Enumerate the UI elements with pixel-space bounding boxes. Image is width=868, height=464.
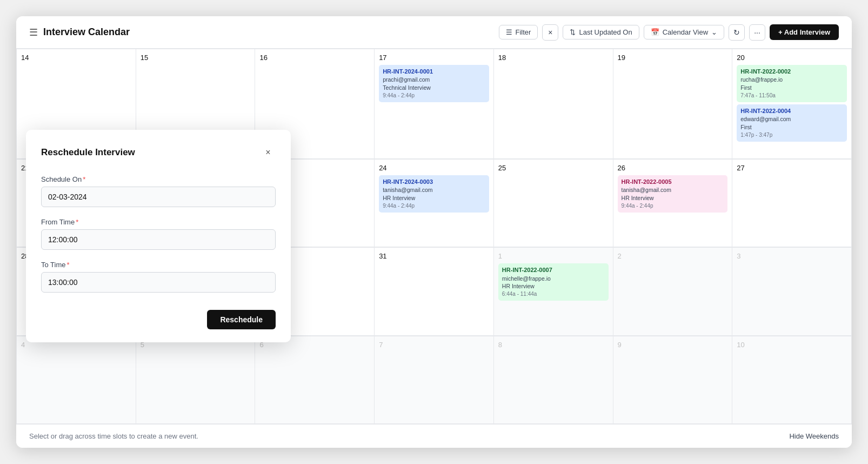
event-email: rucha@frappe.io (740, 76, 843, 84)
calendar-cell[interactable]: 27 (732, 159, 852, 247)
day-number: 2 (618, 252, 728, 260)
sort-button[interactable]: ⇅ Last Updated On (563, 25, 639, 39)
more-button[interactable]: ··· (749, 24, 765, 41)
event-id: HR-INT-2024-0003 (383, 178, 485, 186)
schedule-on-label: Schedule On * (41, 175, 276, 183)
calendar-cell[interactable]: 8 (494, 336, 613, 424)
event-type: HR Interview (383, 194, 485, 202)
to-time-required: * (67, 261, 70, 269)
day-number: 18 (498, 54, 609, 62)
event-type: HR Interview (622, 194, 724, 202)
day-number: 1 (498, 252, 609, 260)
schedule-on-input[interactable] (41, 187, 276, 207)
event-type: First (740, 123, 843, 131)
hamburger-icon[interactable]: ☰ (29, 26, 38, 38)
add-interview-button[interactable]: + Add Interview (770, 24, 839, 40)
day-number: 7 (379, 341, 489, 349)
calendar-cell[interactable]: 9 (613, 336, 733, 424)
calendar-icon: 📅 (651, 28, 659, 36)
modal-footer: Reschedule (41, 310, 276, 329)
calendar-cell[interactable]: 1HR-INT-2022-0007michelle@frappe.ioHR In… (494, 247, 613, 335)
reschedule-button[interactable]: Reschedule (207, 310, 276, 329)
calendar-cell[interactable]: 20HR-INT-2022-0002rucha@frappe.ioFirst7:… (732, 49, 852, 159)
event-email: prachi@gmail.com (383, 76, 485, 84)
event-id: HR-INT-2022-0007 (502, 266, 605, 274)
event-card[interactable]: HR-INT-2022-0007michelle@frappe.ioHR Int… (498, 263, 609, 301)
event-id: HR-INT-2022-0002 (740, 68, 843, 76)
calendar-cell[interactable]: 26HR-INT-2022-0005tanisha@gmail.comHR In… (613, 159, 733, 247)
calendar-cell[interactable]: 6 (255, 336, 375, 424)
day-number: 26 (618, 164, 728, 172)
day-number: 19 (618, 54, 728, 62)
header-right: ☰ Filter × ⇅ Last Updated On 📅 Calendar … (499, 24, 839, 41)
header-left: ☰ Interview Calendar (29, 26, 490, 38)
day-number: 31 (379, 252, 489, 260)
event-card[interactable]: HR-INT-2024-0001prachi@gmail.comTechnica… (379, 65, 489, 102)
app-window: ☰ Interview Calendar ☰ Filter × ⇅ Last U… (16, 16, 852, 448)
event-time: 6:44a - 11:44a (502, 290, 605, 298)
day-number: 10 (737, 341, 847, 349)
filter-close-button[interactable]: × (542, 24, 558, 41)
from-time-required: * (76, 218, 78, 226)
event-card[interactable]: HR-INT-2022-0004edward@gmail.comFirst1:4… (737, 104, 847, 142)
filter-icon: ☰ (506, 28, 512, 36)
sort-icon: ⇅ (570, 28, 576, 36)
modal-title: Reschedule Interview (41, 147, 135, 158)
calendar-cell[interactable]: 5 (136, 336, 256, 424)
modal-header: Reschedule Interview × (41, 145, 276, 160)
event-card[interactable]: HR-INT-2022-0005tanisha@gmail.comHR Inte… (618, 175, 728, 213)
chevron-down-icon: ⌄ (711, 28, 717, 36)
filter-label: Filter (516, 28, 531, 36)
event-type: Technical Interview (383, 84, 485, 92)
calendar-cell[interactable]: 18 (494, 49, 613, 159)
refresh-button[interactable]: ↻ (729, 24, 745, 41)
modal-close-button[interactable]: × (261, 145, 276, 160)
to-time-input[interactable] (41, 272, 276, 293)
event-email: edward@gmail.com (740, 115, 843, 123)
sort-label: Last Updated On (579, 28, 632, 36)
calendar-cell[interactable]: 17HR-INT-2024-0001prachi@gmail.comTechni… (375, 49, 494, 159)
event-time: 9:44a - 2:44p (383, 202, 485, 210)
footer-bar: Select or drag across time slots to crea… (16, 424, 852, 448)
event-id: HR-INT-2024-0001 (383, 68, 485, 76)
event-time: 9:44a - 2:44p (622, 202, 724, 210)
view-button[interactable]: 📅 Calendar View ⌄ (644, 25, 724, 39)
calendar-cell[interactable]: 2 (613, 247, 733, 335)
calendar-cell[interactable]: 31 (375, 247, 494, 335)
event-card[interactable]: HR-INT-2022-0002rucha@frappe.ioFirst7:47… (737, 65, 847, 102)
event-id: HR-INT-2022-0004 (740, 107, 843, 115)
day-number: 8 (498, 341, 609, 349)
calendar-cell[interactable]: 24HR-INT-2024-0003tanisha@gmail.comHR In… (375, 159, 494, 247)
event-email: michelle@frappe.io (502, 275, 605, 283)
day-number: 25 (498, 164, 609, 172)
to-time-group: To Time * (41, 261, 276, 293)
day-number: 20 (737, 54, 847, 62)
calendar-cell[interactable]: 10 (732, 336, 852, 424)
event-time: 9:44a - 2:44p (383, 92, 485, 100)
reschedule-modal: Reschedule Interview × Schedule On * Fro… (26, 130, 291, 342)
app-title: Interview Calendar (43, 26, 130, 38)
from-time-input[interactable] (41, 229, 276, 250)
day-number: 3 (737, 252, 847, 260)
event-id: HR-INT-2022-0005 (622, 178, 724, 186)
event-card[interactable]: HR-INT-2024-0003tanisha@gmail.comHR Inte… (379, 175, 489, 213)
calendar-cell[interactable]: 3 (732, 247, 852, 335)
day-number: 15 (141, 54, 251, 62)
calendar-cell[interactable]: 4 (17, 336, 136, 424)
calendar-cell[interactable]: 7 (375, 336, 494, 424)
from-time-label: From Time * (41, 218, 276, 226)
filter-button[interactable]: ☰ Filter (499, 25, 538, 39)
schedule-on-group: Schedule On * (41, 175, 276, 207)
event-time: 1:47p - 3:47p (740, 131, 843, 139)
view-label: Calendar View (663, 28, 708, 36)
footer-hint: Select or drag across time slots to crea… (29, 432, 198, 440)
day-number: 14 (21, 54, 131, 62)
day-number: 17 (379, 54, 489, 62)
event-type: First (740, 84, 843, 92)
header: ☰ Interview Calendar ☰ Filter × ⇅ Last U… (16, 16, 852, 49)
calendar-cell[interactable]: 25 (494, 159, 613, 247)
event-type: HR Interview (502, 282, 605, 290)
calendar-cell[interactable]: 19 (613, 49, 733, 159)
event-time: 7:47a - 11:50a (740, 92, 843, 100)
hide-weekends-button[interactable]: Hide Weekends (789, 432, 839, 440)
